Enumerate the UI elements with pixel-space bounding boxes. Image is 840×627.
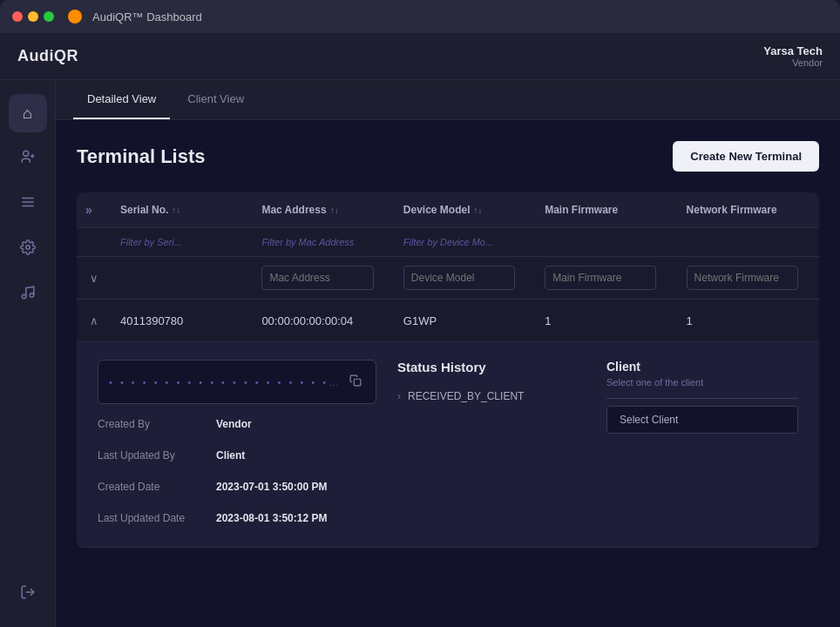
th-device-model: Device Model ↑↓ <box>395 192 536 227</box>
mac-address-cell: 00:00:00:00:00:04 <box>253 304 394 338</box>
qr-copy-button[interactable] <box>346 373 365 391</box>
music-note-icon <box>20 285 36 305</box>
table-header-row: » Serial No. ↑↓ Mac Address ↑↓ Device Mo… <box>77 192 819 228</box>
th-serial: Serial No. ↑↓ <box>112 192 253 227</box>
th-network-firmware: Network Firmware <box>678 192 819 227</box>
create-new-terminal-button[interactable]: Create New Terminal <box>673 141 819 172</box>
minimize-button[interactable] <box>28 11 38 22</box>
page-header: Terminal Lists Create New Terminal <box>77 141 819 172</box>
client-section: Client Select one of the client Select C… <box>606 360 798 529</box>
meta-last-updated-date: Last Updated Date 2023-08-01 3:50:12 PM <box>98 512 376 524</box>
user-info: Yarsa Tech Vendor <box>763 44 823 68</box>
th-mac: Mac Address ↑↓ <box>253 192 394 227</box>
meta-created-by: Created By Vendor <box>98 418 376 430</box>
svg-rect-10 <box>354 379 361 386</box>
chevron-up-icon: ∧ <box>90 314 98 327</box>
sidebar-item-home[interactable]: ⌂ <box>9 94 47 132</box>
status-item-label: RECEIVED_BY_CLIENT <box>408 390 524 402</box>
qr-input-box: • • • • • • • • • • • • • • • • • • • • … <box>98 360 376 404</box>
filter-model-input[interactable] <box>395 233 533 251</box>
sidebar-item-music[interactable] <box>9 275 47 314</box>
serial-number-cell: 4011390780 <box>112 304 253 338</box>
main-layout: ⌂ <box>0 80 840 627</box>
client-divider <box>606 398 798 399</box>
client-section-title: Client <box>606 360 798 374</box>
network-firmware-cell: 1 <box>678 304 819 338</box>
filter-row <box>77 228 819 257</box>
qr-meta-section: • • • • • • • • • • • • • • • • • • • • … <box>98 360 376 529</box>
page-title: Terminal Lists <box>77 145 206 168</box>
sidebar-item-settings[interactable] <box>9 230 47 268</box>
list-icon <box>20 194 36 214</box>
app-header: AudiQR Yarsa Tech Vendor <box>0 33 840 80</box>
terminals-table: » Serial No. ↑↓ Mac Address ↑↓ Device Mo… <box>77 192 819 548</box>
sort-icon-serial[interactable]: ↑↓ <box>172 206 180 215</box>
collapse-toggle-button[interactable]: ∨ <box>85 267 103 288</box>
meta-last-updated-by: Last Updated By Client <box>98 449 376 462</box>
app-logo: AudiQR <box>17 47 78 65</box>
meta-created-date: Created Date 2023-07-01 3:50:00 PM <box>98 481 376 493</box>
sidebar: ⌂ <box>0 80 56 627</box>
svg-point-0 <box>23 151 28 156</box>
expand-all-icon: » <box>85 203 92 217</box>
window-title: AudiQR™ Dashboard <box>92 10 202 24</box>
user-add-icon <box>20 149 36 169</box>
qr-value: • • • • • • • • • • • • • • • • • • • • … <box>109 377 339 388</box>
status-history-section: Status History › RECEIVED_BY_CLIENT <box>397 360 586 529</box>
filter-serial-input[interactable] <box>112 233 250 251</box>
app-icon <box>68 10 82 24</box>
status-chevron-icon: › <box>397 390 401 402</box>
collapsed-row: ∨ <box>77 257 819 300</box>
chevron-down-icon: ∨ <box>90 272 98 285</box>
status-item[interactable]: › RECEIVED_BY_CLIENT <box>397 385 586 408</box>
expand-toggle-button[interactable]: ∧ <box>85 310 103 331</box>
logout-icon <box>20 584 36 604</box>
sidebar-item-menu[interactable] <box>9 185 47 223</box>
sort-icon-mac[interactable]: ↑↓ <box>330 206 339 215</box>
title-bar: AudiQR™ Dashboard <box>0 0 840 33</box>
tab-detailed-view[interactable]: Detailed View <box>73 80 170 119</box>
main-firmware-cell: 1 <box>536 304 677 338</box>
th-expand: » <box>77 192 112 227</box>
content-inner: Terminal Lists Create New Terminal » Ser… <box>56 120 840 627</box>
tab-client-view[interactable]: Client View <box>173 80 258 119</box>
network-firmware-field[interactable] <box>687 266 798 290</box>
svg-point-7 <box>22 294 26 299</box>
app-container: AudiQR Yarsa Tech Vendor ⌂ <box>0 33 840 627</box>
gear-icon <box>20 239 36 260</box>
select-client-button[interactable]: Select Client <box>606 406 798 434</box>
th-main-firmware: Main Firmware <box>536 192 677 227</box>
close-button[interactable] <box>12 11 23 22</box>
svg-point-8 <box>30 293 34 297</box>
traffic-lights <box>12 11 54 22</box>
device-model-cell: G1WP <box>395 304 536 338</box>
mac-address-field[interactable] <box>261 266 373 290</box>
user-name: Yarsa Tech <box>763 44 823 57</box>
home-icon: ⌂ <box>23 104 32 123</box>
user-role: Vendor <box>763 57 823 68</box>
tabs-bar: Detailed View Client View <box>56 80 840 120</box>
client-section-subtitle: Select one of the client <box>606 377 798 388</box>
detail-panel: • • • • • • • • • • • • • • • • • • • • … <box>77 342 819 548</box>
device-model-field[interactable] <box>403 266 515 290</box>
sidebar-item-users[interactable] <box>9 139 47 178</box>
expanded-row-header: ∧ 4011390780 00:00:00:00:00:04 G1WP 1 1 <box>77 300 819 342</box>
sidebar-item-logout[interactable] <box>9 575 47 613</box>
filter-mac-input[interactable] <box>253 233 391 251</box>
status-history-title: Status History <box>397 360 586 374</box>
main-firmware-field[interactable] <box>545 266 656 290</box>
maximize-button[interactable] <box>44 11 54 22</box>
svg-point-6 <box>25 245 30 249</box>
sort-icon-model[interactable]: ↑↓ <box>474 206 483 215</box>
content-area: Detailed View Client View Terminal Lists… <box>56 80 840 627</box>
